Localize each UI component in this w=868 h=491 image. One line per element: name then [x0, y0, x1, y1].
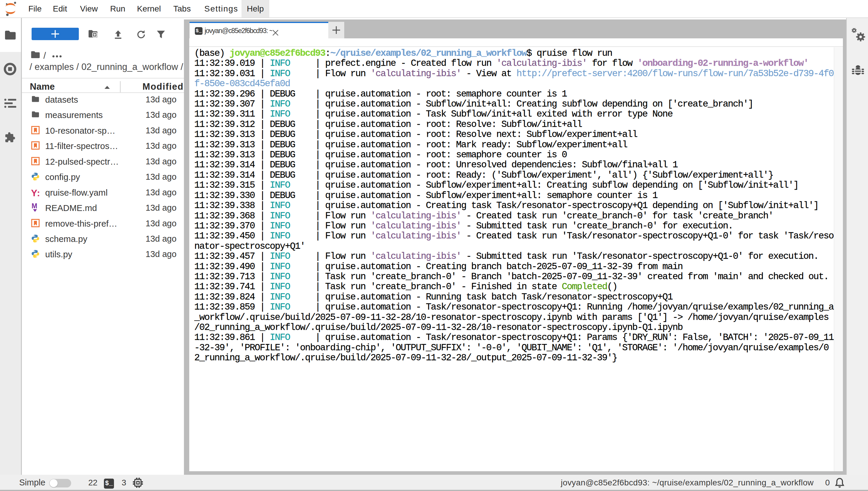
svg-text:M: M [32, 203, 37, 210]
